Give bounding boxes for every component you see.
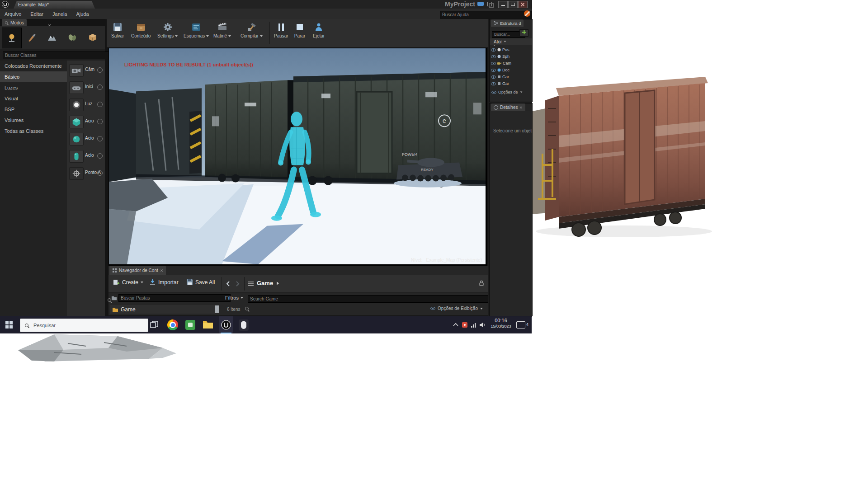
visibility-eye-icon[interactable]	[491, 68, 496, 72]
status-orange-icon[interactable]	[524, 10, 530, 17]
folder-scrollbar[interactable]	[215, 305, 219, 313]
placeable-pointlight[interactable]: Luz	[67, 96, 105, 113]
content-browser-toolbar: Create Importar Save All Game	[108, 275, 488, 293]
power-stencil: POWER	[402, 152, 418, 157]
mode-landscape-button[interactable]	[42, 28, 61, 47]
mode-geometry-button[interactable]	[83, 28, 102, 47]
back-arrow-icon[interactable]	[225, 281, 231, 287]
outliner-row[interactable]: Gar	[490, 74, 533, 80]
category-visual[interactable]: Visual	[0, 93, 67, 104]
mode-place-button[interactable]	[2, 28, 22, 48]
volume-icon[interactable]	[479, 322, 486, 328]
content-browser-tab[interactable]: Navegador de Cont	[109, 266, 166, 275]
mode-paint-button[interactable]	[22, 28, 41, 47]
placeable-targetpoint[interactable]: Ponto A	[67, 164, 105, 182]
modes-tab[interactable]: Modos	[2, 19, 27, 26]
folder-filter-icon	[111, 295, 117, 301]
path-segment-game[interactable]: Game	[257, 280, 273, 286]
visibility-eye-icon[interactable]	[491, 48, 496, 52]
category-all-classes[interactable]: Todas as Classes	[0, 126, 67, 136]
title-bar[interactable]: Example_Map* MyProject	[0, 0, 532, 9]
tab-close-icon[interactable]	[160, 269, 163, 272]
mode-foliage-button[interactable]	[63, 28, 82, 47]
menu-janela[interactable]: Janela	[48, 10, 71, 18]
outliner-tab[interactable]: Estrutura d	[491, 19, 524, 27]
visibility-eye-icon[interactable]	[491, 55, 496, 59]
unreal-app-tile[interactable]	[219, 316, 233, 333]
folder-row-game[interactable]: Game	[110, 305, 215, 314]
save-all-button[interactable]: Save All	[186, 279, 215, 286]
lighting-warning: LIGHTING NEEDS TO BE REBUILT (1 unbuilt …	[124, 62, 253, 67]
lock-icon[interactable]	[478, 280, 485, 286]
visibility-eye-icon[interactable]	[491, 75, 496, 79]
network-icon[interactable]	[471, 322, 477, 328]
placeable-camera[interactable]: Câm	[67, 61, 105, 79]
folder-search-input[interactable]	[118, 294, 231, 302]
pause-button[interactable]: Pausar	[274, 21, 288, 38]
outliner-row[interactable]: Pos	[490, 47, 533, 53]
build-button[interactable]: Compilar	[241, 21, 263, 38]
visibility-eye-icon[interactable]	[491, 82, 496, 86]
eject-button[interactable]: Ejetar	[313, 21, 325, 38]
filters-button[interactable]: Filtros	[225, 294, 243, 301]
start-button[interactable]	[5, 321, 13, 328]
chrome-icon[interactable]	[167, 319, 178, 330]
tray-app-icon[interactable]	[462, 322, 467, 328]
taskbar-clock[interactable]: 00:16 15/03/2023	[488, 318, 514, 328]
view-options-button[interactable]: Opções de Exibição	[430, 306, 483, 311]
outliner-row[interactable]: Cam	[490, 60, 533, 66]
placeable-box-trigger[interactable]: Acio	[67, 113, 105, 130]
menu-editar[interactable]: Editar	[26, 10, 48, 18]
epic-launcher-icon[interactable]	[239, 319, 249, 331]
notification-center-icon[interactable]: 4	[516, 321, 525, 328]
category-recent[interactable]: Colocados Recentemente	[0, 61, 67, 71]
outliner-row[interactable]: Doc	[490, 67, 533, 73]
minimize-button[interactable]	[498, 1, 508, 8]
actor-type-icon	[497, 75, 501, 79]
path-chevron-icon[interactable]	[277, 282, 279, 285]
category-bsp[interactable]: BSP	[0, 104, 67, 115]
stop-button[interactable]: Parar	[294, 21, 306, 38]
maximize-button[interactable]	[508, 1, 518, 8]
outliner-column-header[interactable]: Ator	[490, 38, 533, 45]
taskbar-search[interactable]	[20, 319, 148, 332]
menu-arquivo[interactable]: Arquivo	[0, 10, 26, 18]
placeable-capsule-trigger[interactable]: Acio	[67, 147, 105, 164]
save-button[interactable]: Salvar	[111, 21, 124, 38]
asset-search-input[interactable]	[248, 295, 493, 303]
viewport[interactable]: e POWER READY	[108, 48, 487, 266]
outliner-view-options[interactable]: Opções de	[491, 90, 523, 94]
content-browser-button[interactable]: Conteúdo	[131, 21, 151, 38]
close-button[interactable]	[518, 1, 528, 8]
menu-ajuda[interactable]: Ajuda	[71, 10, 93, 18]
matinee-button[interactable]: Matinê	[213, 21, 231, 38]
green-app-icon[interactable]	[185, 320, 195, 330]
category-basic[interactable]: Básico	[0, 71, 67, 82]
visibility-eye-icon[interactable]	[491, 61, 496, 66]
details-tab[interactable]: Detalhes	[491, 103, 525, 111]
placeable-playerstart[interactable]: Inici	[67, 79, 105, 96]
tab-close-icon[interactable]	[520, 106, 523, 108]
category-volumes[interactable]: Volumes	[0, 115, 67, 126]
outliner-add-button[interactable]	[519, 29, 528, 37]
help-search-input[interactable]	[440, 11, 532, 19]
task-view-icon[interactable]	[150, 321, 158, 329]
outliner-row[interactable]: Sph	[490, 53, 533, 60]
settings-button[interactable]: Settings	[157, 21, 178, 38]
import-button[interactable]: Importar	[149, 279, 179, 286]
tray-chevron-up-icon[interactable]	[453, 323, 458, 326]
folder-name: Game	[121, 306, 136, 313]
class-search-input[interactable]	[3, 52, 112, 59]
category-lights[interactable]: Luzes	[0, 82, 67, 93]
feedback-icon[interactable]	[477, 2, 484, 6]
taskbar-search-input[interactable]	[33, 322, 129, 328]
placeable-sphere-trigger[interactable]: Acio	[67, 130, 105, 147]
path-list-icon[interactable]	[248, 281, 254, 286]
file-explorer-icon[interactable]	[203, 320, 213, 329]
boxcar-e-marking: e	[443, 117, 446, 124]
forward-arrow-icon[interactable]	[234, 281, 241, 287]
outliner-row[interactable]: Gar	[490, 80, 533, 87]
blueprints-button[interactable]: Esquemas	[184, 21, 209, 38]
level-tab[interactable]: Example_Map*	[14, 1, 95, 9]
create-button[interactable]: Create	[113, 279, 143, 286]
